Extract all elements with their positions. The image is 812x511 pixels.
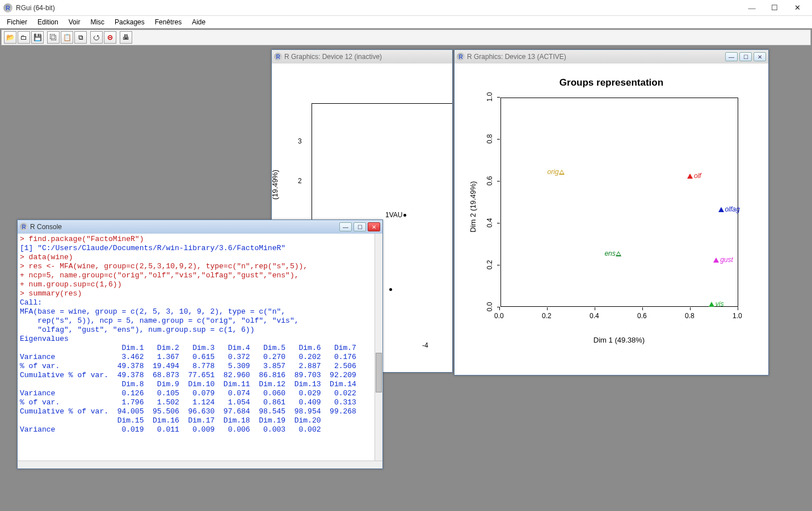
console-vscroll-thumb[interactable]: [376, 353, 382, 392]
menubar: Fichier Edition Voir Misc Packages Fenêt…: [0, 16, 812, 28]
y-tick-label: 0.4: [486, 218, 494, 228]
stop-current-icon[interactable]: ⭯: [90, 31, 103, 44]
console-line: "olfag", "gust", "ens"), num.group.sup =…: [20, 326, 380, 335]
console-titlebar[interactable]: R R Console — ☐ ✕: [18, 220, 382, 234]
gfx13-min-button[interactable]: —: [725, 52, 738, 61]
console-line: Call:: [20, 298, 380, 307]
chart-title: Groups representation: [455, 77, 768, 88]
chart-point-gust: gust: [713, 256, 733, 264]
gfx13-close-button[interactable]: ✕: [754, 52, 766, 61]
chart-point-olf: olf: [687, 172, 701, 180]
console-vscrollbar[interactable]: [375, 234, 382, 461]
gfx12-ylabel: (19.49%): [271, 170, 279, 200]
menu-fichier[interactable]: Fichier: [2, 17, 32, 27]
x-tick-label: 0.0: [494, 312, 504, 320]
maximize-button[interactable]: ☐: [763, 2, 786, 14]
x-tick-label: 1.0: [733, 312, 742, 320]
console-line: rep("s", 5)), ncp = 5, name.group = c("o…: [20, 316, 380, 326]
console-line: Dim.1 Dim.2 Dim.3 Dim.4 Dim.5 Dim.6 Dim.…: [20, 344, 380, 353]
x-tick-label: 0.2: [542, 312, 552, 320]
gfx12-ytick-2: 2: [298, 177, 302, 185]
r-logo-icon: R: [274, 53, 282, 61]
gfx13-titlebar[interactable]: R R Graphics: Device 13 (ACTIVE) — ☐ ✕: [455, 50, 768, 64]
gfx13-max-button[interactable]: ☐: [739, 52, 752, 61]
menu-packages[interactable]: Packages: [110, 17, 149, 27]
console-line: Dim.8 Dim.9 Dim.10 Dim.11 Dim.12 Dim.13 …: [20, 380, 380, 389]
titlebar: R RGui (64-bit) — ☐ ✕: [0, 0, 812, 16]
y-tick-label: 0.8: [486, 134, 494, 144]
console-line: Cumulative % of var. 94.005 95.506 96.63…: [20, 407, 380, 416]
app-title: RGui (64-bit): [16, 4, 741, 12]
copy-icon[interactable]: ⿻: [47, 31, 60, 44]
copy-paste-icon[interactable]: ⧉: [74, 31, 87, 44]
console-min-button[interactable]: —: [339, 222, 352, 231]
paste-icon[interactable]: 📋: [61, 31, 73, 44]
menu-aide[interactable]: Aide: [187, 17, 210, 27]
chart-point-ens: ens: [603, 250, 621, 257]
gfx13-plot: Groups representation Dim 1 (49.38%) Dim…: [455, 64, 768, 375]
gfx12-titlebar[interactable]: R R Graphics: Device 12 (inactive): [272, 50, 452, 64]
console-line: Variance 0.126 0.105 0.079 0.074 0.060 0…: [20, 389, 380, 398]
open-icon[interactable]: 📂: [4, 31, 16, 44]
x-tick-label: 0.6: [637, 312, 647, 320]
close-button[interactable]: ✕: [786, 2, 809, 14]
chart-point-olfag: olfag: [718, 205, 740, 213]
y-tick-label: 0.0: [486, 302, 494, 312]
y-axis-label: Dim 2 (19.49%): [469, 173, 477, 241]
console-line: Cumulative % of var. 49.378 68.873 77.65…: [20, 371, 380, 380]
y-tick-label: 0.2: [486, 260, 494, 270]
stop-all-icon[interactable]: ⊝: [104, 31, 116, 44]
x-tick-label: 0.4: [590, 312, 599, 320]
menu-voir[interactable]: Voir: [64, 17, 85, 27]
r-logo-icon: R: [3, 3, 12, 12]
menu-fenetres[interactable]: Fenêtres: [150, 17, 186, 27]
console-line: > find.package("FactoMineR"): [20, 235, 380, 244]
y-tick-label: 0.6: [486, 176, 494, 186]
console-max-button[interactable]: ☐: [354, 222, 366, 231]
chart-point-orig: orig: [546, 168, 565, 176]
print-icon[interactable]: 🖶: [120, 31, 132, 44]
gfx12-xtick: -4: [422, 341, 428, 349]
console-close-button[interactable]: ✕: [368, 222, 380, 231]
console-line: MFA(base = wine, group = c(2, 5, 3, 10, …: [20, 307, 380, 316]
gfx12-ytick-3: 3: [298, 137, 302, 145]
console-hscrollbar[interactable]: [18, 461, 382, 468]
r-logo-icon: R: [20, 223, 28, 231]
load-workspace-icon[interactable]: 🗀: [18, 31, 30, 44]
gfx12-title: R Graphics: Device 12 (inactive): [284, 53, 450, 61]
console-line: Dim.15 Dim.16 Dim.17 Dim.18 Dim.19 Dim.2…: [20, 416, 380, 425]
gfx13-title: R Graphics: Device 13 (ACTIVE): [467, 53, 725, 61]
console-line: Eigenvalues: [20, 335, 380, 344]
r-logo-icon: R: [457, 53, 465, 61]
console-line: % of var. 49.378 19.494 8.778 5.309 3.85…: [20, 362, 380, 371]
console-line: Variance 0.019 0.011 0.009 0.006 0.003 0…: [20, 425, 380, 434]
save-icon[interactable]: 💾: [31, 31, 44, 44]
chart-point-vis: vis: [709, 300, 724, 308]
menu-edition[interactable]: Edition: [33, 17, 63, 27]
console-line: % of var. 1.796 1.502 1.124 1.054 0.861 …: [20, 398, 380, 407]
y-tick-label: 1.0: [486, 92, 494, 102]
console-line: > summary(res): [20, 289, 380, 298]
console-line: [1] "C:/Users/Claude/Documents/R/win-lib…: [20, 244, 380, 253]
toolbar: 📂 🗀 💾 ⿻ 📋 ⧉ ⭯ ⊝ 🖶: [1, 29, 811, 45]
minimize-button[interactable]: —: [741, 2, 763, 14]
x-tick-label: 0.8: [685, 312, 695, 320]
console-line: > data(wine): [20, 253, 380, 262]
console-line: > res <- MFA(wine, group=c(2,5,3,10,9,2)…: [20, 262, 380, 271]
console-line: + ncp=5, name.group=c("orig","olf","vis"…: [20, 271, 380, 280]
graphics-window-13[interactable]: R R Graphics: Device 13 (ACTIVE) — ☐ ✕ G…: [454, 49, 769, 375]
mdi-area: R R Graphics: Device 12 (inactive) (19.4…: [0, 47, 812, 511]
gfx12-point-label: 1VAU: [385, 211, 406, 219]
console-line: Variance 3.462 1.367 0.615 0.372 0.270 0…: [20, 353, 380, 362]
menu-misc[interactable]: Misc: [86, 17, 109, 27]
x-axis-label: Dim 1 (49.38%): [500, 336, 738, 344]
gfx12-point-dot2: [389, 285, 392, 293]
console-title: R Console: [30, 223, 339, 231]
console-body[interactable]: > find.package("FactoMineR")[1] "C:/User…: [18, 234, 382, 461]
console-line: + num.group.sup=c(1,6)): [20, 280, 380, 289]
plot-box: [500, 98, 738, 307]
r-console-window[interactable]: R R Console — ☐ ✕ > find.package("FactoM…: [17, 219, 383, 469]
